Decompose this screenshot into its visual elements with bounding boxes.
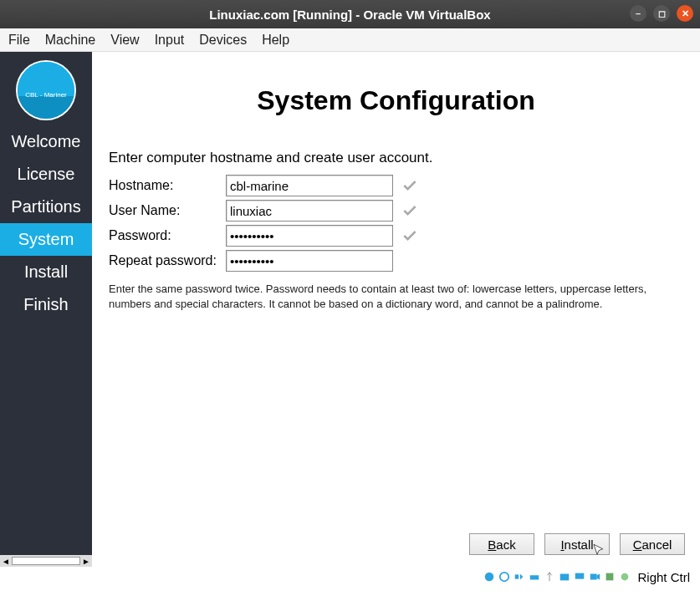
username-input[interactable]: [226, 200, 393, 222]
password-hint: Enter the same password twice. Password …: [109, 282, 683, 311]
username-label: User Name:: [109, 203, 226, 218]
window-title: Linuxiac.com [Running] - Oracle VM Virtu…: [209, 8, 490, 22]
back-button[interactable]: Back: [469, 533, 534, 555]
shared-folders-icon[interactable]: [559, 571, 570, 583]
svg-rect-5: [575, 573, 585, 579]
sidebar-item-finish[interactable]: Finish: [0, 288, 92, 321]
checkmark-icon: [401, 177, 418, 194]
svg-rect-6: [590, 574, 597, 580]
menu-view[interactable]: View: [110, 33, 139, 48]
page-heading: System Configuration: [109, 85, 683, 116]
window-maximize-button[interactable]: ◻: [653, 5, 670, 22]
installer-main: System Configuration Enter computer host…: [92, 52, 700, 567]
hostname-label: Hostname:: [109, 178, 226, 193]
repeat-password-label: Repeat password:: [109, 253, 226, 268]
scroll-right-icon[interactable]: ►: [82, 557, 90, 566]
hostname-input[interactable]: [226, 175, 393, 196]
menu-machine[interactable]: Machine: [45, 33, 95, 48]
network-icon[interactable]: [529, 571, 540, 583]
menu-input[interactable]: Input: [155, 33, 185, 48]
svg-rect-7: [606, 573, 614, 581]
audio-icon[interactable]: [514, 571, 525, 583]
window-minimize-button[interactable]: –: [630, 5, 646, 22]
svg-point-8: [621, 573, 629, 581]
host-key-indicator: Right Ctrl: [637, 570, 690, 584]
password-label: Password:: [109, 228, 226, 243]
mouse-integration-icon[interactable]: [619, 571, 631, 583]
sidebar-item-welcome[interactable]: Welcome: [0, 125, 92, 158]
display-icon[interactable]: [574, 571, 585, 583]
sidebar-item-system[interactable]: System: [0, 223, 92, 256]
svg-rect-3: [530, 575, 539, 579]
svg-rect-2: [515, 574, 519, 578]
scroll-left-icon[interactable]: ◄: [2, 557, 10, 566]
sidebar-item-partitions[interactable]: Partitions: [0, 191, 92, 223]
checkmark-icon: [401, 227, 418, 244]
usb-icon[interactable]: [544, 571, 555, 583]
password-input[interactable]: [226, 225, 393, 247]
sidebar-scrollbar[interactable]: ◄ ►: [0, 555, 92, 567]
vm-statusbar: Right Ctrl: [0, 567, 700, 587]
mouse-cursor-icon: [592, 543, 605, 557]
sidebar-item-install[interactable]: Install: [0, 256, 92, 288]
optical-drive-icon[interactable]: [498, 571, 510, 583]
sidebar-item-license[interactable]: License: [0, 158, 92, 191]
checkmark-icon: [401, 202, 418, 219]
menu-devices[interactable]: Devices: [199, 33, 247, 48]
recording-icon[interactable]: [589, 571, 600, 583]
distro-logo-text: CBL - Mariner: [18, 91, 74, 99]
svg-rect-4: [560, 574, 570, 581]
menubar: File Machine View Input Devices Help: [0, 28, 700, 52]
repeat-password-input[interactable]: [226, 250, 393, 272]
window-close-button[interactable]: ✕: [677, 5, 693, 22]
cancel-button[interactable]: Cancel: [620, 533, 685, 555]
installer-sidebar: CBL - Mariner Welcome License Partitions…: [0, 52, 92, 567]
svg-point-1: [500, 573, 509, 582]
window-titlebar: Linuxiac.com [Running] - Oracle VM Virtu…: [0, 0, 700, 28]
menu-file[interactable]: File: [8, 33, 30, 48]
svg-point-0: [485, 573, 494, 582]
hard-disk-icon[interactable]: [483, 571, 495, 583]
menu-help[interactable]: Help: [262, 33, 289, 48]
page-intro: Enter computer hostname and create user …: [109, 150, 683, 166]
cpu-icon[interactable]: [604, 571, 616, 583]
scroll-thumb[interactable]: [12, 557, 80, 565]
distro-logo: CBL - Mariner: [16, 60, 76, 120]
